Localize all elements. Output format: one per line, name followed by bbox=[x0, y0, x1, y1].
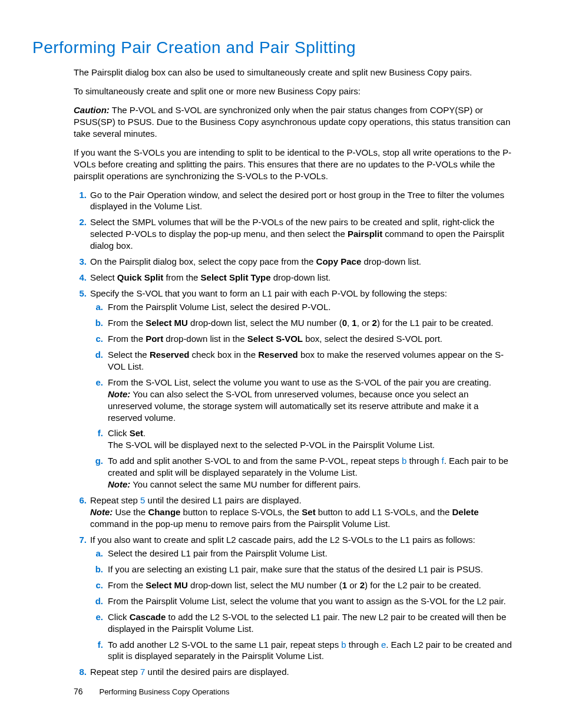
sub-marker: b. bbox=[90, 564, 103, 575]
note-label: Note: bbox=[108, 479, 130, 489]
bold-pairsplit: Pairsplit bbox=[348, 229, 382, 239]
sub-text: If you are selecting an existing L1 pair… bbox=[108, 564, 483, 574]
page-number: 76 bbox=[74, 687, 83, 696]
step-marker: 5. bbox=[74, 288, 87, 299]
text: From the bbox=[108, 334, 146, 344]
xref-b[interactable]: b bbox=[341, 640, 346, 650]
step-3: 3. On the Pairsplit dialog box, select t… bbox=[74, 256, 515, 268]
bold-selectmu: Select MU bbox=[146, 318, 188, 328]
main-steps-list: 1. Go to the Pair Operation window, and … bbox=[74, 189, 515, 678]
text: To add and split another S-VOL to and fr… bbox=[108, 456, 402, 466]
step-5b: b. From the Select MU drop-down list, se… bbox=[90, 317, 515, 329]
text: From the bbox=[108, 318, 146, 328]
bold-set: Set bbox=[130, 428, 143, 438]
step-marker: 8. bbox=[74, 666, 87, 678]
step-text: Repeat step 7 until the desired pairs ar… bbox=[90, 667, 289, 677]
sub-marker: a. bbox=[90, 301, 103, 313]
sub-text: From the S-VOL List, select the volume y… bbox=[108, 377, 491, 387]
text: button to replace S-VOLs, the bbox=[180, 507, 302, 517]
sub-text: Click Set. bbox=[108, 428, 146, 438]
sub-text: From the Select MU drop-down list, selec… bbox=[108, 580, 481, 590]
step-marker: 1. bbox=[74, 189, 87, 201]
bold-1: 1 bbox=[342, 580, 347, 590]
step-4: 4. Select Quick Split from the Select Sp… bbox=[74, 272, 515, 284]
sub-text: Select the desired L1 pair from the Pair… bbox=[108, 548, 328, 558]
text: until the desired L1 pairs are displayed… bbox=[145, 495, 301, 505]
bold-set: Set bbox=[302, 507, 315, 517]
step-text: Specify the S-VOL that you want to form … bbox=[90, 288, 447, 298]
text: Use the bbox=[115, 507, 148, 517]
caution-label: Caution: bbox=[74, 105, 110, 115]
text: Repeat step bbox=[90, 667, 140, 677]
step-text: Select the SMPL volumes that will be the… bbox=[90, 217, 504, 251]
sub-marker: c. bbox=[90, 579, 103, 591]
note-text: You can also select the S-VOL from unres… bbox=[108, 389, 478, 423]
step-7b: b. If you are selecting an existing L1 p… bbox=[90, 564, 515, 575]
bold-selectsvol: Select S-VOL bbox=[247, 334, 303, 344]
step-5e: e. From the S-VOL List, select the volum… bbox=[90, 377, 515, 424]
sub-marker: a. bbox=[90, 548, 103, 559]
step-marker: 3. bbox=[74, 256, 87, 268]
text: box, select the desired S-VOL port. bbox=[303, 334, 442, 344]
text: To add another L2 S-VOL to the same L1 p… bbox=[108, 640, 341, 650]
bold-reserved2: Reserved bbox=[258, 350, 298, 360]
bold-port: Port bbox=[146, 334, 163, 344]
bold-0: 0 bbox=[342, 318, 347, 328]
text: through bbox=[406, 456, 441, 466]
page-title: Performing Pair Creation and Pair Splitt… bbox=[32, 38, 515, 57]
step-5a: a. From the Pairsplit Volume List, selec… bbox=[90, 301, 515, 313]
sub-marker: e. bbox=[90, 377, 103, 388]
sub-marker: c. bbox=[90, 333, 103, 345]
text: Click bbox=[108, 428, 130, 438]
page-footer: 76 Performing Business Copy Operations bbox=[74, 687, 230, 696]
intro-para-3: If you want the S-VOLs you are intending… bbox=[74, 147, 515, 182]
text: Select bbox=[90, 272, 117, 282]
sub-text-2: The S-VOL will be displayed next to the … bbox=[108, 440, 435, 450]
bold-1: 1 bbox=[352, 318, 356, 328]
bold-splittype: Select Split Type bbox=[201, 272, 271, 282]
text: From the bbox=[108, 580, 146, 590]
text: drop-down list. bbox=[271, 272, 331, 282]
step5-sublist: a. From the Pairsplit Volume List, selec… bbox=[90, 301, 515, 490]
text: , or bbox=[357, 318, 372, 328]
text: ) for the L1 pair to be created. bbox=[377, 318, 494, 328]
note-label: Note: bbox=[90, 507, 113, 517]
text: On the Pairsplit dialog box, select the … bbox=[90, 256, 316, 266]
step-7e: e. Click Cascade to add the L2 S-VOL to … bbox=[90, 611, 515, 635]
bold-2: 2 bbox=[372, 318, 377, 328]
note-text: You cannot select the same MU number for… bbox=[133, 479, 361, 489]
step-7f: f. To add another L2 S-VOL to the same L… bbox=[90, 639, 515, 663]
xref-e[interactable]: e bbox=[381, 640, 386, 650]
step-marker: 6. bbox=[74, 495, 87, 506]
text: Click bbox=[108, 612, 130, 622]
text: to add the L2 S-VOL to the selected L1 p… bbox=[108, 612, 506, 634]
step-2: 2. Select the SMPL volumes that will be … bbox=[74, 216, 515, 252]
sub-text: To add another L2 S-VOL to the same L1 p… bbox=[108, 640, 512, 661]
step-marker: 4. bbox=[74, 272, 87, 284]
sub-marker: f. bbox=[90, 427, 103, 439]
sub-marker: d. bbox=[90, 349, 103, 361]
step-5g: g. To add and split another S-VOL to and… bbox=[90, 455, 515, 490]
step-7: 7. If you also want to create and split … bbox=[74, 534, 515, 662]
intro-para-1: The Pairsplit dialog box can also be use… bbox=[74, 67, 515, 78]
step-marker: 7. bbox=[74, 534, 87, 546]
caution-body: The P-VOL and S-VOL are synchronized onl… bbox=[74, 105, 510, 139]
sub-text: Click Cascade to add the L2 S-VOL to the… bbox=[108, 612, 506, 634]
step-text: On the Pairsplit dialog box, select the … bbox=[90, 256, 421, 266]
step-text: Go to the Pair Operation window, and sel… bbox=[90, 190, 504, 212]
sub-text: From the Pairsplit Volume List, select t… bbox=[108, 302, 331, 312]
caution-block: Caution: The P-VOL and S-VOL are synchro… bbox=[74, 104, 515, 140]
text: Select the bbox=[108, 350, 150, 360]
step-5c: c. From the Port drop-down list in the S… bbox=[90, 333, 515, 345]
text: . bbox=[143, 428, 146, 438]
text: command in the pop-up menu to remove pai… bbox=[90, 519, 390, 529]
note-label: Note: bbox=[108, 389, 130, 399]
xref-b[interactable]: b bbox=[402, 456, 406, 466]
bold-reserved1: Reserved bbox=[150, 350, 190, 360]
document-page: Performing Pair Creation and Pair Splitt… bbox=[0, 0, 562, 728]
step-marker: 2. bbox=[74, 216, 87, 228]
text: from the bbox=[163, 272, 200, 282]
step-6: 6. Repeat step 5 until the desired L1 pa… bbox=[74, 495, 515, 530]
step-8: 8. Repeat step 7 until the desired pairs… bbox=[74, 666, 515, 678]
sub-text: From the Select MU drop-down list, selec… bbox=[108, 318, 494, 328]
